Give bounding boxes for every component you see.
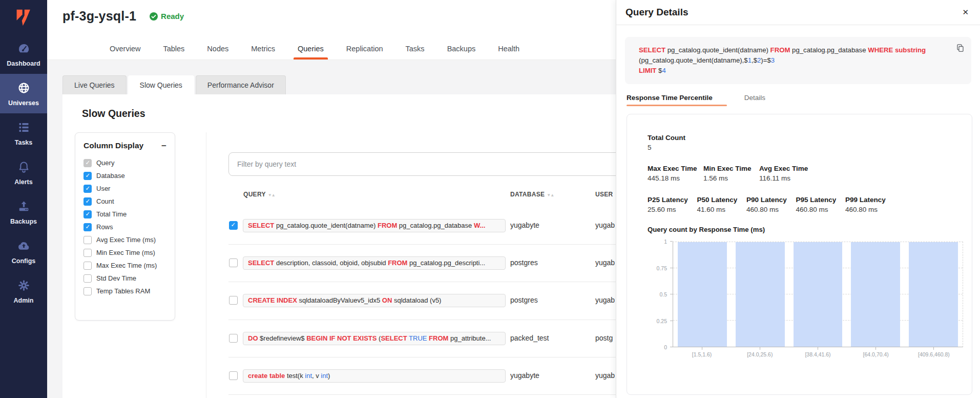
sidebar-item-universes[interactable]: Universes — [0, 74, 47, 113]
chart-plot — [673, 242, 963, 347]
query-filter-input[interactable] — [228, 152, 616, 176]
subtab-performance-advisor[interactable]: Performance Advisor — [196, 75, 286, 94]
row-checkbox[interactable] — [229, 221, 238, 230]
checkbox-icon[interactable] — [84, 249, 92, 257]
sort-icon[interactable]: ▼▲ — [268, 193, 275, 197]
stat-p95: P95 Latency460.80 ms — [796, 196, 846, 213]
query-cell: SELECT description, classoid, objoid, ob… — [243, 256, 506, 270]
column-option-std-dev[interactable]: Std Dev Time — [84, 272, 166, 285]
column-header-query[interactable]: QUERY▼▲ — [243, 191, 275, 198]
tab-nodes[interactable]: Nodes — [207, 38, 228, 59]
checkbox-icon[interactable] — [84, 274, 92, 283]
tab-health[interactable]: Health — [498, 38, 519, 59]
checkbox-icon[interactable] — [84, 236, 92, 244]
user-cell: yugab — [595, 296, 615, 304]
sidebar-item-admin[interactable]: Admin — [0, 271, 47, 311]
row-checkbox[interactable] — [229, 258, 238, 267]
chart-bar — [909, 242, 958, 347]
subtab-live-queries[interactable]: Live Queries — [62, 75, 127, 94]
table-row[interactable]: SELECT description, classoid, objoid, ob… — [228, 245, 616, 282]
column-option-user[interactable]: User — [84, 182, 166, 195]
tab-response-time-percentile[interactable]: Response Time Percentile — [627, 94, 713, 106]
copy-icon[interactable] — [955, 43, 965, 56]
universe-title: pf-3g-ysql-1 — [62, 9, 136, 24]
chart-y-axis: 00.250.50.751 — [648, 242, 673, 347]
percentile-card: Total Count 5 Max Exec Time445.18 ms Min… — [627, 114, 972, 395]
tab-backups[interactable]: Backups — [447, 38, 476, 59]
query-cell: SELECT pg_catalog.quote_ident(datname) F… — [243, 219, 506, 232]
table-row[interactable]: DO $redefineview$ BEGIN IF NOT EXISTS (S… — [228, 320, 616, 357]
cloud-upload-icon — [17, 239, 31, 255]
row-checkbox[interactable] — [229, 296, 238, 305]
column-option-count[interactable]: Count — [84, 195, 166, 208]
total-count-stat: Total Count 5 — [648, 134, 951, 151]
sidebar-item-configs[interactable]: Configs — [0, 232, 47, 271]
database-cell: yugabyte — [510, 371, 539, 380]
chart-x-tick-label: [38.4,41.6) — [793, 347, 842, 357]
subtab-slow-queries[interactable]: Slow Queries — [128, 75, 194, 94]
chart-x-tick-label: [24.0,25.6) — [735, 347, 784, 357]
query-cell: create table test(k int, v int) — [243, 369, 506, 383]
row-checkbox[interactable] — [229, 334, 238, 343]
checkbox-icon[interactable] — [84, 287, 92, 295]
sort-icon[interactable]: ▼▲ — [547, 193, 554, 197]
tab-tables[interactable]: Tables — [163, 38, 184, 59]
database-cell: yugabyte — [510, 221, 539, 229]
table-header: QUERY▼▲ DATABASE▼▲ USER▼▲ — [228, 191, 616, 201]
upload-icon — [17, 200, 31, 215]
sidebar-item-backups[interactable]: Backups — [0, 192, 47, 232]
list-icon — [17, 121, 31, 136]
checkbox-icon[interactable] — [84, 223, 92, 231]
column-option-rows[interactable]: Rows — [84, 221, 166, 233]
checkbox-icon[interactable] — [84, 185, 92, 193]
column-option-query[interactable]: Query — [84, 156, 166, 169]
query-cell: DO $redefineview$ BEGIN IF NOT EXISTS (S… — [243, 332, 506, 345]
database-cell: postgres — [510, 258, 538, 267]
column-header-database[interactable]: DATABASE▼▲ — [510, 191, 554, 198]
sidebar-item-alerts[interactable]: Alerts — [0, 153, 47, 192]
tab-replication[interactable]: Replication — [346, 38, 383, 59]
query-details-title: Query Details — [625, 7, 689, 18]
column-option-max-exec[interactable]: Max Exec Time (ms) — [84, 259, 166, 272]
table-row[interactable]: CREATE INDEX sqldataloadByValuev5_idx5 O… — [228, 282, 616, 320]
checkbox-icon[interactable] — [84, 210, 92, 218]
row-checkbox[interactable] — [229, 371, 238, 380]
vertical-divider — [206, 132, 206, 398]
chart-bar — [851, 242, 900, 347]
checkbox-icon[interactable] — [84, 159, 92, 167]
column-option-total-time[interactable]: Total Time — [84, 208, 166, 221]
column-option-avg-exec[interactable]: Avg Exec Time (ms) — [84, 233, 166, 246]
gear-icon — [17, 278, 31, 294]
tab-metrics[interactable]: Metrics — [251, 38, 275, 59]
checkbox-icon[interactable] — [84, 172, 92, 180]
column-option-min-exec[interactable]: Min Exec Time (ms) — [84, 246, 166, 259]
column-header-user[interactable]: USER▼▲ — [595, 191, 616, 198]
tab-queries[interactable]: Queries — [298, 38, 324, 59]
stat-max-exec: Max Exec Time445.18 ms — [648, 165, 703, 182]
sidebar-item-tasks[interactable]: Tasks — [0, 113, 47, 153]
tab-tasks[interactable]: Tasks — [406, 38, 425, 59]
column-option-temp-tables[interactable]: Temp Tables RAM — [84, 285, 166, 297]
details-tabs: Response Time Percentile Details — [627, 94, 980, 106]
checkbox-icon[interactable] — [84, 262, 92, 270]
stat-p25: P25 Latency25.60 ms — [648, 196, 697, 213]
close-icon[interactable]: ✕ — [962, 8, 969, 17]
stat-p50: P50 Latency41.60 ms — [697, 196, 747, 213]
tab-details[interactable]: Details — [744, 94, 765, 106]
column-display-card: Column Display − Query Database User Cou… — [75, 132, 175, 321]
table-row[interactable]: create table test(k int, v int) yugabyte… — [228, 357, 616, 395]
sql-statement: SELECT pg_catalog.quote_ident(datname) F… — [639, 46, 926, 74]
bell-icon — [17, 160, 31, 176]
chart-x-tick-label: [64.0,70.4) — [851, 347, 901, 357]
sidebar-item-dashboard[interactable]: Dashboard — [0, 34, 47, 74]
collapse-minus-icon[interactable]: − — [161, 142, 166, 150]
chart-x-axis: [1.5,1.6)[24.0,25.6)[38.4,41.6)[64.0,70.… — [673, 347, 963, 357]
latency-stats: P25 Latency25.60 ms P50 Latency41.60 ms … — [648, 196, 951, 213]
yugabyte-logo[interactable] — [0, 0, 47, 30]
table-row[interactable]: SELECT pg_catalog.quote_ident(datname) F… — [228, 207, 616, 245]
column-option-database[interactable]: Database — [84, 169, 166, 182]
user-cell: yugab — [595, 258, 615, 267]
checkbox-icon[interactable] — [84, 197, 92, 206]
tab-overview[interactable]: Overview — [110, 38, 140, 59]
stat-p90: P90 Latency460.80 ms — [746, 196, 796, 213]
